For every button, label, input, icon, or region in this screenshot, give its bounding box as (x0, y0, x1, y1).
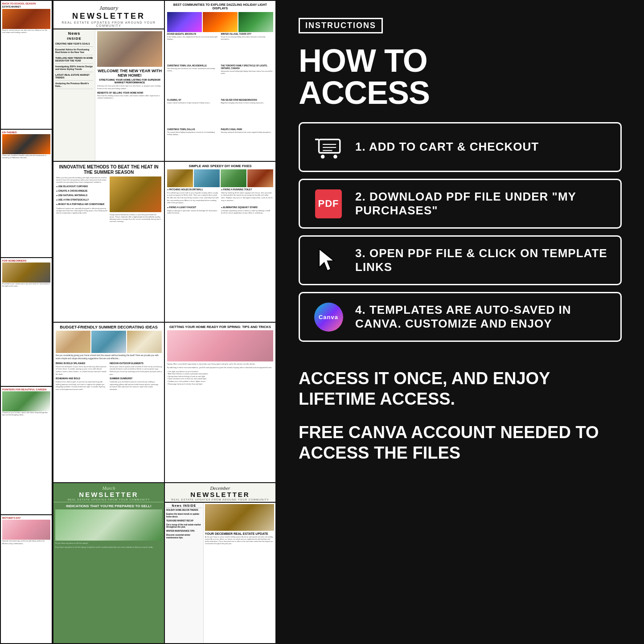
news-label: News INSIDE (166, 504, 202, 508)
sidebar-item: Analyzing the Previous Month's Data... (55, 82, 93, 89)
location-item: WINTER VILLAGE, TUDOR CITY Known for its… (221, 33, 274, 63)
benefits-text: Now that the holiday season has ended, r… (97, 94, 162, 99)
card-row: INNOVATIVE METHODS TO BEAT THE HEAT IN T… (53, 162, 275, 322)
card-image (2, 263, 50, 283)
section-title: ● FIXING A RUNNING TOILET (221, 188, 273, 191)
article-left: When you find yourself wrestling with hi… (56, 176, 108, 319)
location-name: FLUSHING, NY (167, 99, 220, 102)
image-2 (203, 12, 238, 32)
sidebar-item: Explore the latest trends to update home… (166, 513, 202, 518)
main-heading: WELCOME THE NEW YEAR WITH NEW HOME! (97, 69, 162, 78)
body-text: Are you considering giving your home a f… (56, 354, 162, 360)
newsletter-header: March NEWSLETTER REAL ESTATE UPDATES FRO… (53, 483, 164, 502)
march-newsletter-card: March NEWSLETTER REAL ESTATE UPDATES FRO… (53, 483, 164, 643)
step-3-label: 3. OPEN PDF FILE & CLICK ON TEMPLATE LIN… (355, 246, 610, 274)
sidebar-item: Essential Advice for Purchasing Real Est… (55, 48, 93, 55)
step-4-card: Canva 4. TEMPLATES ARE AUTO-SAVED IN CAN… (299, 292, 622, 342)
budget-section: BRING IN BOLD SPLASHES Revive the ambian… (56, 362, 108, 375)
location-text: Unique cultural celebrations of light du… (167, 102, 220, 104)
newsletter-script-title: December (167, 485, 274, 491)
location-item: DOVER HEIGHTS, BROOKLYN In the holiday s… (167, 33, 220, 63)
card-text: Do you have any plans to sell this sprin… (55, 542, 162, 545)
list-item: EN-THEMED There are countless benefits a… (1, 130, 52, 258)
location-text: This charming town transforms into a win… (167, 68, 220, 72)
section-title: SUMMER SUNBURST (110, 377, 162, 380)
sidebar-item: Get a recap of the real estate market th… (166, 524, 202, 529)
card-text: Special real estate tips and home gift i… (2, 540, 50, 544)
card-tag: MOTHER'S DAY (2, 517, 50, 519)
newsletter-image (97, 31, 162, 67)
diy-section: ● PATCHING HOLES IN DRYWALL For refreshi… (167, 188, 219, 204)
article-title: BEST COMMUNITIES TO EXPLORE DAZZLING HOL… (167, 3, 273, 11)
step-2-card: PDF 2. DOWNLOAD PDF FILE UNDER "MY PURCH… (299, 179, 622, 229)
svg-point-4 (333, 155, 337, 159)
location-name: CHRISTMAS TOWN, USA, MCADENVILLE (167, 65, 220, 67)
left-panel: BACK-TO-SCHOOL SEASON ESTATE MARKET Back… (0, 0, 276, 644)
article-text: Using natural hardwood curtains in your … (110, 213, 161, 222)
card-tag: BACK-TO-SCHOOL SEASON (2, 2, 50, 5)
list-item: MOTHER'S DAY Special real estate tips an… (1, 515, 52, 643)
newsletter-sidebar: News INSIDE CREATING NEW YEAR'S GOALS Es… (53, 29, 95, 161)
card-text: There are countless benefits and potenti… (2, 154, 50, 159)
section-title: BRING IN BOLD SPLASHES (56, 362, 108, 365)
cart-icon (311, 131, 346, 163)
canva-icon: Canva (311, 301, 346, 332)
card-row: January NEWSLETTER REAL ESTATE UPDATES F… (53, 1, 275, 161)
location-item: FLUSHING, NY Unique cultural celebration… (167, 99, 220, 127)
newsletter-header: December NEWSLETTER REAL ESTATE UPDATES … (165, 483, 275, 503)
image-3 (238, 12, 273, 32)
december-newsletter-card: December NEWSLETTER REAL ESTATE UPDATES … (165, 483, 275, 643)
list-item: POINTERS FOR BEAUTIFUL GARDEN Transform … (1, 387, 52, 515)
location-text: Magnificent displays that carbon to leav… (221, 102, 274, 104)
image-2 (91, 331, 126, 353)
location-item: CHRISTMAS TOWN, DALLAS The newest distri… (167, 128, 220, 159)
budget-section: INDOOR-OUTDOOR ELEMENTS Infuse your inte… (110, 362, 162, 375)
lifetime-access-text: ACCESS IT ONCE, AND ENJOY LIFETIME ACCES… (299, 369, 622, 409)
card-tag: POINTERS FOR BEAUTIFUL GARDEN (2, 388, 50, 391)
location-item: THE TORONTO FAMILY SPECTACLE OF LIGHTS, … (221, 65, 274, 98)
location-item: CHRISTMAS TOWN, USA, MCADENVILLE This ch… (167, 65, 220, 98)
bullet-item: ● USE BLACKOUT CURTAINS (56, 185, 108, 188)
section-title: ● PATCHING HOLES IN DRYWALL (167, 188, 219, 191)
article-images (56, 331, 162, 353)
intro-text: Spring offers a wonderful opportunity to… (167, 363, 273, 365)
newsletter-subtitle: REAL ESTATE UPDATES FROM AROUND YOUR COM… (55, 21, 162, 27)
location-name: THE TORONTO FAMILY SPECTACLE OF LIGHTS, … (221, 65, 274, 70)
section-text: Embrace the vibrant spirit of summer by … (56, 381, 108, 390)
intro-text: When you find yourself wrestling with hi… (56, 176, 108, 183)
card-image (2, 9, 50, 29)
article-text: Spring offers a wonderful opportunity to… (167, 363, 273, 480)
pdf-icon: PDF (311, 188, 346, 219)
location-name: WINTER VILLAGE, TUDOR CITY (221, 33, 274, 36)
location-name: PHILIPS CANAL PARK (221, 128, 274, 131)
january-newsletter-card: January NEWSLETTER REAL ESTATE UPDATES F… (53, 1, 164, 161)
step-2-label: 2. DOWNLOAD PDF FILE UNDER "MY PURCHASES… (355, 190, 610, 217)
section-title: ● ELIMINATING SQUEAKY STAIRS (221, 206, 273, 209)
sidebar-item: CREATING NEW YEAR'S GOALS (55, 42, 93, 47)
bullet-item: ● CREATE A CROSS-BREEZE (56, 189, 108, 192)
tips-text: • Use light, airy fabrics on your furnit… (167, 370, 273, 386)
budget-decorating-card: BUDGET-FRIENDLY SUMMER DECORATING IDEAS … (53, 323, 164, 483)
newsletter-sidebar: News INSIDE HOLIDAY HOME DECOR TRENDS Ex… (165, 503, 204, 643)
image-1 (167, 169, 193, 187)
location-text: Stunning waterside illuminations that cr… (221, 131, 274, 134)
card-image (2, 134, 50, 154)
budget-section: SUMMER SUNBURST Celebrate your cherished… (110, 377, 162, 390)
location-name: DOVER HEIGHTS, BROOKLYN (167, 33, 220, 36)
newsletter-bold-title: NEWSLETTER (55, 491, 162, 498)
steps-container: 1. ADD TO CART & CHECKOUT PDF 2. DOWNLOA… (299, 122, 622, 342)
section-text: Start by shutting off the water supply t… (221, 192, 273, 201)
image-3 (127, 331, 162, 353)
article-text: Are you considering giving your home a f… (56, 354, 162, 480)
body-text: By adhering to these recommendations, yo… (167, 366, 273, 369)
sidebar-item: Discover essential winter maintenance ti… (166, 534, 202, 539)
article-title: GETTING YOUR HOME READY FOR SPRING: TIPS… (167, 325, 273, 329)
newsletter-image (205, 504, 274, 531)
diy-section: ● FIXING A LEAKY FAUCET Deploy a plunger… (167, 206, 219, 214)
section-text: For refreshing a minor hole in your dryw… (167, 192, 219, 204)
main-subheading: STRETCHING YOUR HOME LISTING FOR SUPERIO… (97, 78, 162, 84)
newsletter-bold-title: NEWSLETTER (55, 12, 162, 21)
section-text: Infuse your interior spaces with a breat… (110, 365, 162, 375)
newsletter-subtitle: REAL ESTATE UPDATES FROM AROUND YOUR COM… (167, 498, 274, 501)
card-text: Essential home maintenance tips and tric… (2, 283, 50, 287)
